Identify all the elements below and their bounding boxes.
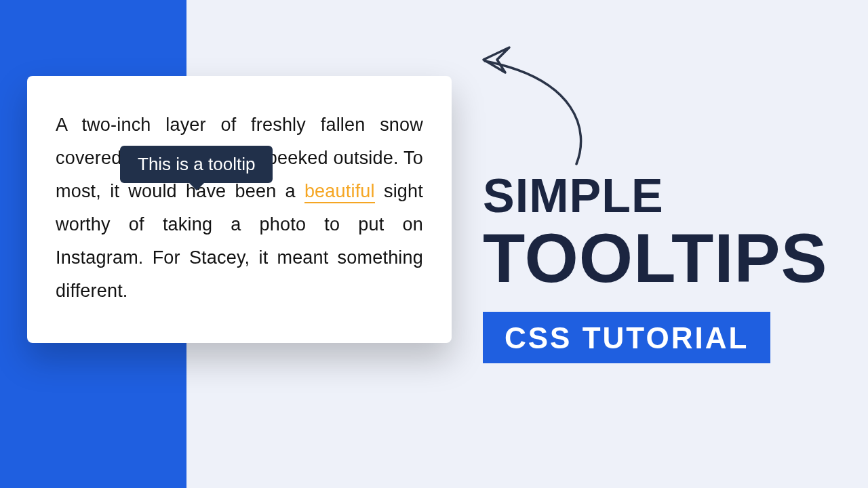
curved-arrow-icon bbox=[444, 35, 620, 171]
headline-line-1: SIMPLE bbox=[483, 172, 863, 220]
tooltip-bubble: This is a tooltip bbox=[120, 146, 273, 183]
example-card: A two-inch layer of freshly fallen snow … bbox=[27, 76, 452, 343]
headline: SIMPLE TOOLTIPS CSS TUTORIAL bbox=[483, 172, 863, 363]
tooltip-text: This is a tooltip bbox=[138, 154, 255, 174]
headline-line-2: TOOLTIPS bbox=[483, 224, 863, 293]
example-paragraph: A two-inch layer of freshly fallen snow … bbox=[56, 108, 423, 308]
highlighted-word[interactable]: beautiful bbox=[304, 181, 375, 203]
badge-css-tutorial: CSS TUTORIAL bbox=[483, 312, 770, 363]
